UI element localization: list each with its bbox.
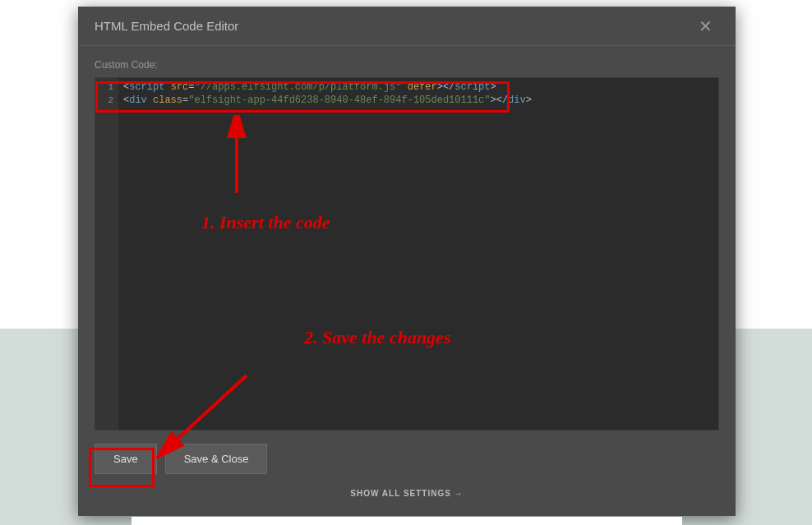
footer-buttons: Save Save & Close: [78, 444, 736, 474]
code-content: <script src="//apps.elfsight.com/p/platf…: [95, 78, 718, 107]
line-gutter: 1 2: [95, 78, 118, 430]
show-all-settings-link[interactable]: SHOW ALL SETTINGS →: [78, 489, 736, 498]
modal-title: HTML Embed Code Editor: [95, 19, 238, 33]
gutter-line-1: 1: [95, 81, 118, 94]
modal-header: HTML Embed Code Editor ✕: [78, 7, 736, 46]
gutter-line-2: 2: [95, 94, 118, 107]
code-line-1: <script src="//apps.elfsight.com/p/platf…: [123, 81, 718, 94]
save-button[interactable]: Save: [95, 444, 157, 474]
save-close-button[interactable]: Save & Close: [165, 444, 268, 474]
embed-code-modal: HTML Embed Code Editor ✕ Custom Code: 1 …: [78, 7, 736, 516]
modal-body: Custom Code: 1 2 <script src="//apps.elf…: [78, 46, 736, 444]
bottom-white-strip: [131, 517, 682, 525]
code-editor[interactable]: 1 2 <script src="//apps.elfsight.com/p/p…: [95, 77, 719, 431]
close-button[interactable]: ✕: [692, 13, 719, 39]
code-line-2: <div class="elfsight-app-44fd6238-8940-4…: [123, 94, 718, 107]
code-label: Custom Code:: [95, 59, 719, 71]
close-icon: ✕: [699, 17, 713, 35]
